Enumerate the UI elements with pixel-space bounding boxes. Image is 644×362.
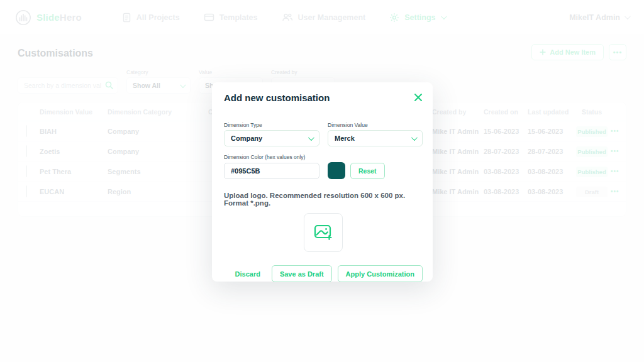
color-swatch: [328, 162, 345, 179]
dimension-fields-row: Dimension Type Company Dimension Value M…: [224, 122, 423, 146]
chevron-down-icon: [411, 134, 418, 141]
image-add-icon: [313, 224, 333, 242]
modal-actions: Discard Save as Draft Apply Customizatio…: [224, 265, 423, 282]
modal-title: Add new customisation: [224, 92, 330, 103]
dimension-value-field: Dimension Value Merck: [328, 122, 423, 146]
logo-upload-dropzone[interactable]: [304, 213, 343, 252]
discard-button[interactable]: Discard: [235, 270, 260, 278]
apply-customization-button[interactable]: Apply Customization: [338, 265, 423, 282]
dimension-color-field: Dimension Color (hex values only) Reset: [224, 154, 423, 179]
dimension-type-field: Dimension Type Company: [224, 122, 319, 146]
modal-header: Add new customisation: [224, 92, 423, 103]
close-icon[interactable]: [414, 92, 423, 102]
hex-color-input[interactable]: [224, 163, 319, 179]
add-customisation-modal: Add new customisation Dimension Type Com…: [212, 82, 433, 282]
field-label: Dimension Color (hex values only): [224, 154, 423, 160]
field-label: Dimension Value: [328, 122, 423, 128]
chevron-down-icon: [308, 134, 314, 141]
upload-instructions: Upload logo. Recommended resolution 600 …: [224, 192, 423, 207]
field-label: Dimension Type: [224, 122, 319, 128]
save-as-draft-button[interactable]: Save as Draft: [272, 265, 332, 282]
dimension-value-select[interactable]: Merck: [328, 130, 423, 146]
dimension-type-select[interactable]: Company: [224, 130, 319, 146]
color-row: Reset: [224, 162, 423, 179]
reset-button[interactable]: Reset: [350, 163, 385, 179]
